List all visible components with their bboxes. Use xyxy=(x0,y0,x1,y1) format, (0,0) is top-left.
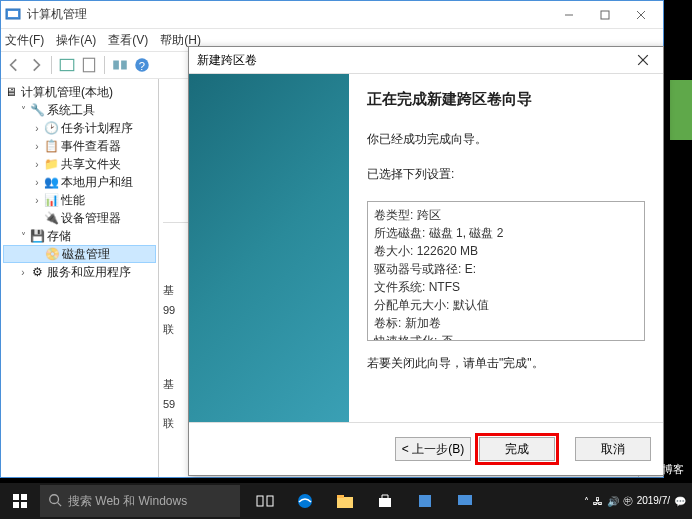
svg-line-19 xyxy=(58,502,62,506)
refresh-icon[interactable] xyxy=(111,56,129,74)
svg-rect-26 xyxy=(419,495,431,507)
tree-storage[interactable]: ˅💾存储 xyxy=(3,227,156,245)
menu-action[interactable]: 操作(A) xyxy=(56,32,96,49)
svg-rect-7 xyxy=(83,58,94,72)
tree-system-tools[interactable]: ˅🔧系统工具 xyxy=(3,101,156,119)
perf-icon: 📊 xyxy=(43,192,59,208)
back-button[interactable]: < 上一步(B) xyxy=(395,437,471,461)
menu-view[interactable]: 查看(V) xyxy=(108,32,148,49)
edge-icon[interactable] xyxy=(286,483,324,519)
svg-rect-8 xyxy=(113,61,119,70)
nav-tree[interactable]: 🖥计算机管理(本地) ˅🔧系统工具 ›🕑任务计划程序 ›📋事件查看器 ›📁共享文… xyxy=(1,79,159,477)
wizard-title: 新建跨区卷 xyxy=(197,52,257,69)
setting-row: 卷标: 新加卷 xyxy=(374,314,638,332)
services-icon: ⚙ xyxy=(29,264,45,280)
tree-task-scheduler[interactable]: ›🕑任务计划程序 xyxy=(3,119,156,137)
svg-rect-3 xyxy=(601,11,609,19)
wizard-heading: 正在完成新建跨区卷向导 xyxy=(367,90,645,109)
forward-icon[interactable] xyxy=(27,56,45,74)
svg-rect-23 xyxy=(337,497,353,508)
minimize-button[interactable] xyxy=(551,4,587,26)
search-placeholder: 搜索 Web 和 Windows xyxy=(68,493,187,510)
wizard-selected-label: 已选择下列设置: xyxy=(367,166,645,183)
wizard-button-row: < 上一步(B) 完成 取消 xyxy=(189,423,663,475)
event-icon: 📋 xyxy=(43,138,59,154)
svg-text:?: ? xyxy=(139,60,145,72)
setting-row: 分配单元大小: 默认值 xyxy=(374,296,638,314)
notifications-icon[interactable]: 💬 xyxy=(674,496,686,507)
tree-services-apps[interactable]: ›⚙服务和应用程序 xyxy=(3,263,156,281)
tree-device-manager[interactable]: 🔌设备管理器 xyxy=(3,209,156,227)
svg-rect-17 xyxy=(21,502,27,508)
titlebar[interactable]: 计算机管理 xyxy=(1,1,663,29)
setting-row: 快速格式化: 否 xyxy=(374,332,638,341)
tree-performance[interactable]: ›📊性能 xyxy=(3,191,156,209)
store-icon[interactable] xyxy=(366,483,404,519)
svg-rect-14 xyxy=(13,494,19,500)
setting-row: 文件系统: NTFS xyxy=(374,278,638,296)
svg-rect-24 xyxy=(337,495,344,498)
wizard-settings-list[interactable]: 卷类型: 跨区 所选磁盘: 磁盘 1, 磁盘 2 卷大小: 122620 MB … xyxy=(367,201,645,341)
volume-icon[interactable]: 🔊 xyxy=(607,496,619,507)
svg-point-18 xyxy=(50,494,59,503)
tree-root[interactable]: 🖥计算机管理(本地) xyxy=(3,83,156,101)
back-icon[interactable] xyxy=(5,56,23,74)
cancel-button[interactable]: 取消 xyxy=(575,437,651,461)
device-icon: 🔌 xyxy=(43,210,59,226)
tray-chevron-icon[interactable]: ˄ xyxy=(584,496,589,507)
computer-management-taskbar-icon[interactable] xyxy=(446,483,484,519)
properties-icon[interactable] xyxy=(80,56,98,74)
new-spanned-volume-wizard: 新建跨区卷 正在完成新建跨区卷向导 你已经成功完成向导。 已选择下列设置: 卷类… xyxy=(188,46,664,476)
wizard-close-button[interactable] xyxy=(631,51,655,69)
tree-event-viewer[interactable]: ›📋事件查看器 xyxy=(3,137,156,155)
svg-rect-25 xyxy=(379,498,391,507)
svg-rect-15 xyxy=(21,494,27,500)
explorer-icon[interactable] xyxy=(326,483,364,519)
search-box[interactable]: 搜索 Web 和 Windows xyxy=(40,485,240,517)
svg-rect-21 xyxy=(267,496,273,506)
window-title: 计算机管理 xyxy=(27,6,551,23)
app-icon xyxy=(5,7,21,23)
close-button[interactable] xyxy=(623,4,659,26)
task-view-button[interactable] xyxy=(246,483,284,519)
wizard-hint: 若要关闭此向导，请单击"完成"。 xyxy=(367,355,645,372)
clock-icon: 🕑 xyxy=(43,120,59,136)
clock[interactable]: 2019/7/ xyxy=(637,495,670,507)
svg-rect-6 xyxy=(60,59,74,70)
menu-file[interactable]: 文件(F) xyxy=(5,32,44,49)
network-icon[interactable]: 🖧 xyxy=(593,496,603,507)
maximize-button[interactable] xyxy=(587,4,623,26)
svg-rect-1 xyxy=(8,11,18,17)
help-icon[interactable]: ? xyxy=(133,56,151,74)
wrench-icon: 🔧 xyxy=(29,102,45,118)
side-widget xyxy=(670,80,692,140)
watermark: ©51CTO博客 xyxy=(619,462,684,477)
wizard-sidebar-image xyxy=(189,74,349,422)
setting-row: 所选磁盘: 磁盘 1, 磁盘 2 xyxy=(374,224,638,242)
taskbar: 搜索 Web 和 Windows ˄ 🖧 🔊 ㊥ 2019/7/ 💬 xyxy=(0,483,692,519)
wizard-done-message: 你已经成功完成向导。 xyxy=(367,131,645,148)
ime-icon[interactable]: ㊥ xyxy=(623,494,633,508)
start-button[interactable] xyxy=(0,483,40,519)
svg-rect-27 xyxy=(458,495,472,505)
svg-rect-9 xyxy=(121,61,127,70)
wizard-titlebar[interactable]: 新建跨区卷 xyxy=(189,47,663,73)
finish-button[interactable]: 完成 xyxy=(479,437,555,461)
folder-icon: 📁 xyxy=(43,156,59,172)
storage-icon: 💾 xyxy=(29,228,45,244)
setting-row: 驱动器号或路径: E: xyxy=(374,260,638,278)
tree-disk-management[interactable]: 📀磁盘管理 xyxy=(3,245,156,263)
setting-row: 卷类型: 跨区 xyxy=(374,206,638,224)
disk-icon: 📀 xyxy=(44,246,60,262)
up-icon[interactable] xyxy=(58,56,76,74)
tree-local-users[interactable]: ›👥本地用户和组 xyxy=(3,173,156,191)
taskbar-app-icon[interactable] xyxy=(406,483,444,519)
computer-icon: 🖥 xyxy=(3,84,19,100)
system-tray[interactable]: ˄ 🖧 🔊 ㊥ 2019/7/ 💬 xyxy=(584,494,692,508)
setting-row: 卷大小: 122620 MB xyxy=(374,242,638,260)
svg-rect-20 xyxy=(257,496,263,506)
svg-rect-16 xyxy=(13,502,19,508)
search-icon xyxy=(48,493,62,510)
tree-shared-folders[interactable]: ›📁共享文件夹 xyxy=(3,155,156,173)
users-icon: 👥 xyxy=(43,174,59,190)
